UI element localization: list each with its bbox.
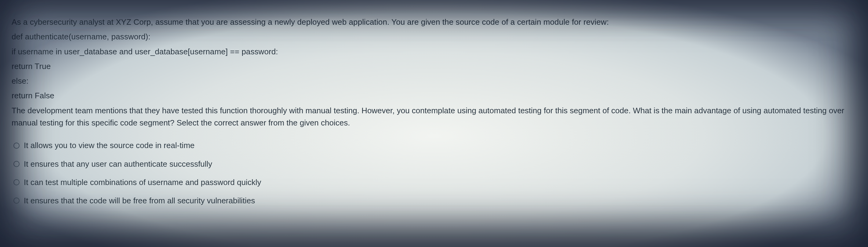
choice-option-3[interactable]: It can test multiple combinations of use… — [11, 176, 850, 188]
choice-label: It allows you to view the source code in… — [24, 139, 194, 151]
choice-label: It ensures that the code will be free fr… — [24, 194, 255, 207]
choice-option-1[interactable]: It allows you to view the source code in… — [11, 139, 850, 151]
answer-choices: It allows you to view the source code in… — [11, 139, 850, 219]
choice-option-2[interactable]: It ensures that any user can authenticat… — [11, 158, 850, 170]
question-line-1: As a cybersecurity analyst at XYZ Corp, … — [11, 16, 850, 28]
question-line-4: return True — [11, 60, 850, 72]
radio-icon[interactable] — [13, 161, 20, 167]
question-block: As a cybersecurity analyst at XYZ Corp, … — [11, 14, 850, 219]
choice-label: It can test multiple combinations of use… — [24, 176, 261, 188]
question-line-5: else: — [11, 75, 850, 87]
question-line-6: return False — [11, 89, 850, 102]
radio-icon[interactable] — [13, 197, 20, 204]
radio-icon[interactable] — [13, 179, 20, 185]
question-line-7: The development team mentions that they … — [11, 104, 850, 129]
question-line-2: def authenticate(username, password): — [11, 31, 850, 43]
choice-label: It ensures that any user can authenticat… — [24, 158, 212, 170]
radio-icon[interactable] — [13, 143, 20, 149]
choice-option-4[interactable]: It ensures that the code will be free fr… — [11, 194, 850, 207]
question-line-3: if username in user_database and user_da… — [11, 45, 850, 58]
